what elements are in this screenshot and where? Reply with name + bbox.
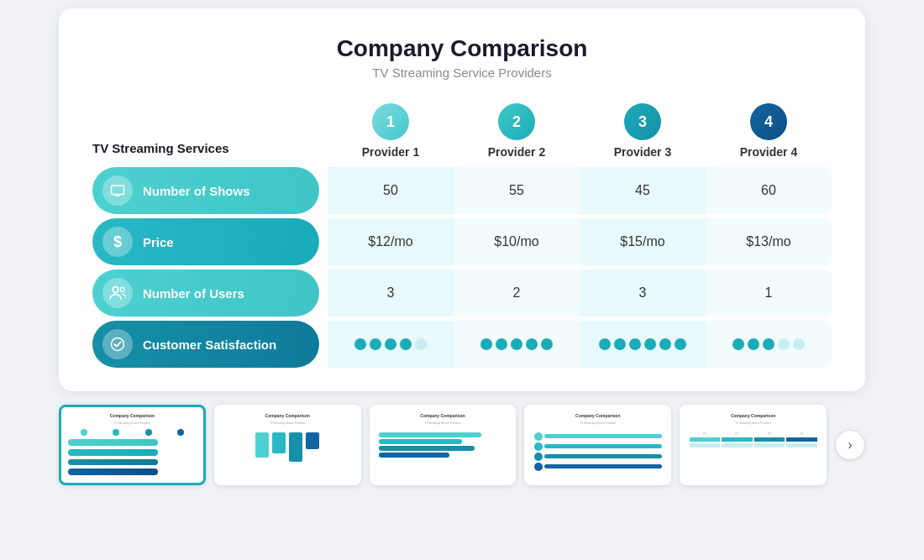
provider-header-3: 3 Provider 3 <box>580 103 706 159</box>
dot <box>778 338 790 350</box>
users-val-4: 1 <box>706 270 832 317</box>
row-shows: Number of Shows 50 55 45 60 <box>92 167 832 214</box>
dot <box>614 338 626 350</box>
row-satisfaction: Customer Satisfaction <box>92 321 832 368</box>
shows-val-4: 60 <box>706 167 832 214</box>
svg-point-5 <box>112 338 124 351</box>
dot <box>511 338 522 350</box>
check-icon <box>102 329 133 359</box>
provider-label-3: Provider 3 <box>614 145 671 159</box>
satisfaction-val-3 <box>580 321 706 368</box>
provider-label-4: Provider 4 <box>740 145 797 159</box>
provider-badge-1: 1 <box>372 103 409 140</box>
row-satisfaction-text: Customer Satisfaction <box>143 338 276 352</box>
thumbnail-4[interactable]: Company Comparison TV Streaming Service … <box>524 405 671 485</box>
satisfaction-val-1 <box>328 321 454 368</box>
comparison-table: TV Streaming Services 1 Provider 1 2 Pro… <box>92 103 832 368</box>
provider-header-1: 1 Provider 1 <box>328 103 454 159</box>
thumbnails-row: Company Comparison TV Streaming Service … <box>59 405 865 485</box>
main-card: Company Comparison TV Streaming Service … <box>59 8 865 391</box>
dot <box>629 338 641 350</box>
dot <box>763 338 774 350</box>
row-users-label-col: Number of Users <box>92 270 328 317</box>
dollar-icon: $ <box>102 227 133 257</box>
svg-point-3 <box>113 287 118 293</box>
row-satisfaction-wrapper: Customer Satisfaction <box>92 321 319 368</box>
row-users: Number of Users 3 2 3 1 <box>92 270 832 317</box>
shows-val-3: 45 <box>580 167 706 214</box>
provider-header-row: TV Streaming Services 1 Provider 1 2 Pro… <box>92 103 832 159</box>
svg-point-4 <box>120 287 124 291</box>
dot <box>732 338 744 350</box>
dots-2 <box>480 338 553 350</box>
provider-header-4: 4 Provider 4 <box>706 103 832 159</box>
dot <box>370 338 381 350</box>
row-shows-wrapper: Number of Shows <box>92 167 319 214</box>
price-val-2: $10/mo <box>454 218 580 265</box>
row-price-values: $12/mo $10/mo $15/mo $13/mo <box>328 218 832 265</box>
price-val-1: $12/mo <box>328 218 454 265</box>
card-subtitle: TV Streaming Service Providers <box>92 65 832 80</box>
row-users-wrapper: Number of Users <box>92 270 319 317</box>
dots-1 <box>354 338 427 350</box>
provider-badge-4: 4 <box>750 103 787 140</box>
satisfaction-val-2 <box>454 321 580 368</box>
row-satisfaction-values <box>328 321 832 368</box>
row-header-cell: TV Streaming Services <box>92 103 328 159</box>
price-val-4: $13/mo <box>706 218 832 265</box>
thumbnail-5[interactable]: Company Comparison TV Streaming Service … <box>680 405 827 485</box>
provider-badge-3: 3 <box>624 103 661 140</box>
row-satisfaction-label-col: Customer Satisfaction <box>92 321 328 368</box>
row-users-values: 3 2 3 1 <box>328 270 832 317</box>
dot <box>385 338 396 350</box>
provider-header-2: 2 Provider 2 <box>454 103 580 159</box>
users-icon <box>102 278 133 308</box>
thumbnail-1[interactable]: Company Comparison TV Streaming Service … <box>59 405 206 485</box>
row-price-text: Price <box>143 235 174 249</box>
row-users-text: Number of Users <box>143 286 244 301</box>
dot <box>793 338 805 350</box>
row-price: $ Price $12/mo $10/mo $15/mo $13/mo <box>92 218 832 265</box>
shows-val-2: 55 <box>454 167 580 214</box>
satisfaction-val-4 <box>706 321 832 368</box>
dot <box>400 338 412 350</box>
row-price-label-col: $ Price <box>92 218 328 265</box>
dot <box>599 338 611 350</box>
price-val-3: $15/mo <box>580 218 706 265</box>
users-val-2: 2 <box>454 270 580 317</box>
users-val-1: 3 <box>328 270 454 317</box>
shows-val-1: 50 <box>328 167 454 214</box>
data-rows: Number of Shows 50 55 45 60 $ Price <box>92 167 832 368</box>
provider-label-2: Provider 2 <box>488 145 545 159</box>
dots-4 <box>732 338 805 350</box>
dot <box>480 338 492 350</box>
row-shows-values: 50 55 45 60 <box>328 167 832 214</box>
thumbnail-3[interactable]: Company Comparison TV Streaming Service … <box>370 405 517 485</box>
row-header-label: TV Streaming Services <box>92 141 229 155</box>
dots-3 <box>599 338 686 350</box>
provider-badge-2: 2 <box>498 103 535 140</box>
dot <box>354 338 366 350</box>
dot <box>541 338 553 350</box>
dot <box>526 338 538 350</box>
card-title: Company Comparison <box>92 35 832 62</box>
dot <box>415 338 427 350</box>
dot <box>496 338 507 350</box>
svg-rect-0 <box>112 186 124 195</box>
tv-icon <box>102 175 133 206</box>
row-shows-text: Number of Shows <box>143 184 250 198</box>
dot <box>644 338 656 350</box>
users-val-3: 3 <box>580 270 706 317</box>
next-button[interactable]: › <box>835 430 865 460</box>
dot <box>748 338 759 350</box>
dot <box>675 338 686 350</box>
thumbnail-2[interactable]: Company Comparison TV Streaming Service … <box>214 405 361 485</box>
row-shows-label-col: Number of Shows <box>92 167 328 214</box>
dot <box>659 338 671 350</box>
row-price-wrapper: $ Price <box>92 218 319 265</box>
provider-label-1: Provider 1 <box>362 145 419 159</box>
